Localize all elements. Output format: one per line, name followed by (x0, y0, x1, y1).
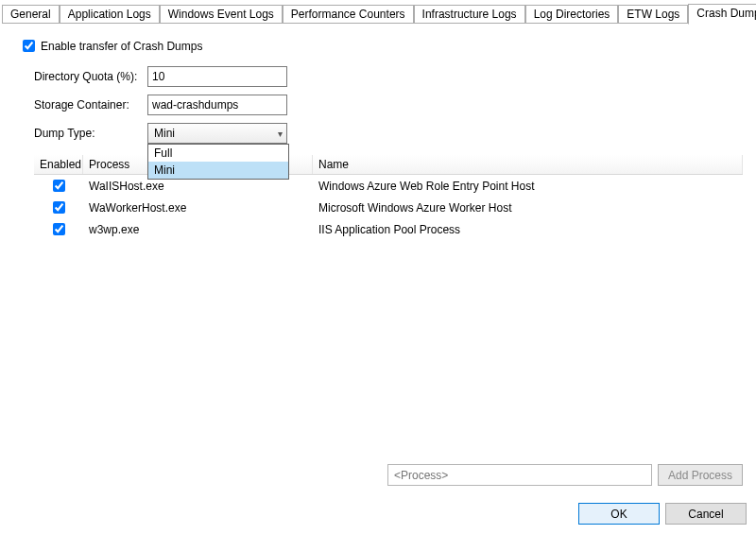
directory-quota-input[interactable] (147, 66, 287, 87)
row-name: Windows Azure Web Role Entry Point Host (313, 179, 743, 194)
table-row[interactable]: w3wp.exe IIS Application Pool Process (34, 218, 743, 240)
tab-log-directories[interactable]: Log Directories (525, 5, 619, 24)
cancel-button[interactable]: Cancel (665, 503, 747, 525)
process-input[interactable] (387, 464, 652, 486)
storage-container-input[interactable] (147, 95, 287, 115)
directory-quota-row: Directory Quota (%): (34, 66, 743, 87)
enable-transfer-label: Enable transfer of Crash Dumps (41, 40, 202, 53)
column-header-name[interactable]: Name (313, 155, 743, 174)
tab-general[interactable]: General (2, 5, 60, 24)
tab-windows-event-logs[interactable]: Windows Event Logs (160, 5, 283, 24)
dump-type-option-mini[interactable]: Mini (148, 162, 288, 179)
table-row[interactable]: WaIISHost.exe Windows Azure Web Role Ent… (34, 175, 743, 197)
enable-transfer-checkbox[interactable] (23, 40, 35, 52)
tab-etw-logs[interactable]: ETW Logs (618, 5, 688, 24)
ok-button[interactable]: OK (578, 503, 660, 525)
row-process: w3wp.exe (83, 222, 313, 237)
grid-header: Enabled Process Name (34, 155, 743, 175)
tab-application-logs[interactable]: Application Logs (60, 5, 160, 24)
tabstrip: General Application Logs Windows Event L… (0, 0, 756, 24)
dump-type-option-full[interactable]: Full (148, 145, 288, 162)
tab-performance-counters[interactable]: Performance Counters (283, 5, 414, 24)
dialog-buttons: OK Cancel (0, 503, 756, 534)
table-row[interactable]: WaWorkerHost.exe Microsoft Windows Azure… (34, 197, 743, 218)
directory-quota-label: Directory Quota (%): (34, 70, 147, 83)
chevron-down-icon: ▾ (278, 129, 283, 139)
tab-infrastructure-logs[interactable]: Infrastructure Logs (414, 5, 525, 24)
grid-body: WaIISHost.exe Windows Azure Web Role Ent… (34, 175, 743, 458)
add-process-row: Add Process (34, 464, 743, 486)
row-name: IIS Application Pool Process (313, 222, 743, 237)
column-header-enabled[interactable]: Enabled (34, 155, 83, 174)
row-process: WaIISHost.exe (83, 179, 313, 194)
row-name: Microsoft Windows Azure Worker Host (313, 200, 743, 215)
enable-transfer-row: Enable transfer of Crash Dumps (19, 37, 743, 55)
storage-container-label: Storage Container: (34, 98, 147, 112)
row-enabled-checkbox[interactable] (53, 180, 65, 192)
storage-container-row: Storage Container: (34, 95, 743, 115)
crash-dumps-panel: Enable transfer of Crash Dumps Directory… (0, 24, 756, 503)
dialog-window: General Application Logs Windows Event L… (0, 0, 756, 534)
add-process-button[interactable]: Add Process (658, 464, 743, 486)
row-enabled-checkbox[interactable] (53, 201, 65, 214)
dump-type-combo[interactable]: Mini ▾ Full Mini (147, 123, 287, 144)
dump-type-label: Dump Type: (34, 127, 147, 140)
dump-type-row: Dump Type: Mini ▾ Full Mini (34, 123, 743, 144)
row-process: WaWorkerHost.exe (83, 200, 313, 215)
row-enabled-checkbox[interactable] (53, 223, 65, 235)
dump-type-value: Mini (154, 127, 175, 140)
dump-type-dropdown: Full Mini (147, 144, 289, 180)
tab-crash-dumps[interactable]: Crash Dumps (688, 4, 756, 25)
process-grid: Enabled Process Name WaIISHost.exe Windo… (34, 155, 743, 493)
